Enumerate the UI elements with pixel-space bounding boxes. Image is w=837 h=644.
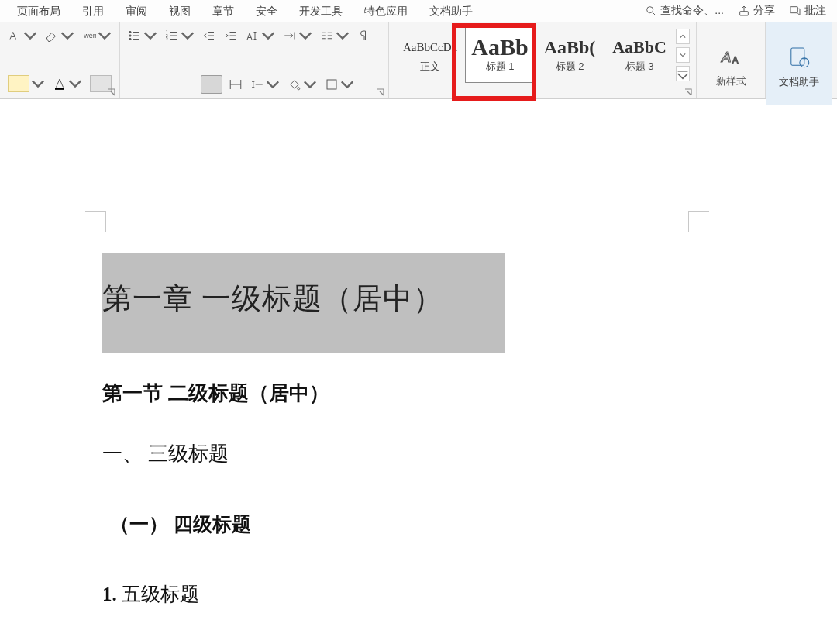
share-label: 分享 bbox=[753, 4, 775, 18]
svg-point-6 bbox=[129, 31, 131, 33]
doc-heading-2[interactable]: 第一节 二级标题（居中） bbox=[102, 380, 329, 407]
menu-doc-assistant[interactable]: 文档助手 bbox=[418, 0, 484, 22]
search-command[interactable]: 查找命令、... bbox=[645, 4, 724, 18]
menu-security[interactable]: 安全 bbox=[245, 0, 288, 22]
style-normal-preview: AaBbCcDd bbox=[403, 36, 457, 58]
annotate-button[interactable]: 批注 bbox=[789, 4, 826, 18]
svg-point-10 bbox=[129, 38, 131, 40]
doc-h5-num: 1. bbox=[102, 584, 117, 604]
align-justify-icon bbox=[202, 74, 222, 95]
menu-bar: 页面布局 引用 审阅 视图 章节 安全 开发工具 特色应用 文档助手 查找命令、… bbox=[0, 0, 837, 22]
line-numbers-btn[interactable] bbox=[319, 27, 351, 44]
menu-featured[interactable]: 特色应用 bbox=[353, 0, 418, 22]
eraser-icon bbox=[45, 29, 59, 43]
doc-heading-5[interactable]: 1. 五级标题 bbox=[102, 581, 199, 607]
style-normal-label: 正文 bbox=[420, 60, 440, 74]
numbering-btn[interactable]: 123 bbox=[164, 27, 196, 44]
phonetic-guide-btn[interactable]: wén bbox=[81, 27, 113, 44]
search-placeholder: 查找命令、... bbox=[660, 4, 724, 18]
font-color-icon bbox=[53, 77, 67, 91]
svg-rect-58 bbox=[791, 48, 804, 65]
svg-text:A: A bbox=[721, 49, 731, 65]
ribbon-font-group: wén bbox=[0, 22, 120, 98]
style-heading2-preview: AaBb( bbox=[544, 36, 596, 58]
line-spacing-btn[interactable] bbox=[249, 76, 281, 93]
doc-assistant-icon bbox=[786, 44, 812, 71]
borders-btn[interactable] bbox=[323, 76, 356, 93]
highlight-icon bbox=[8, 75, 29, 92]
style-heading1[interactable]: AaBb 标题 1 bbox=[465, 27, 535, 83]
svg-text:A: A bbox=[732, 55, 739, 66]
share-button[interactable]: 分享 bbox=[738, 4, 775, 18]
clear-format-btn[interactable] bbox=[43, 27, 76, 44]
search-icon bbox=[645, 5, 657, 17]
doc-heading-1[interactable]: 第一章 一级标题（居中） bbox=[102, 279, 443, 319]
style-normal[interactable]: AaBbCcDd 正文 bbox=[395, 27, 465, 83]
bullets-btn[interactable] bbox=[126, 27, 159, 44]
line-numbers-icon bbox=[320, 29, 334, 43]
new-style-label: 新样式 bbox=[716, 74, 746, 88]
numbering-icon: 123 bbox=[165, 29, 179, 43]
style-heading3-preview: AaBbC bbox=[612, 36, 666, 58]
tab-btn[interactable] bbox=[281, 27, 314, 44]
svg-line-1 bbox=[653, 12, 656, 15]
svg-point-8 bbox=[129, 35, 131, 36]
style-gallery-scroll bbox=[676, 29, 690, 81]
decrease-indent-btn[interactable] bbox=[201, 27, 218, 44]
align-center-btn[interactable] bbox=[151, 76, 171, 93]
style-heading3-label: 标题 3 bbox=[625, 60, 654, 74]
doc-heading-4[interactable]: （一） 四级标题 bbox=[110, 511, 251, 537]
doc-h5-text: 五级标题 bbox=[117, 584, 199, 604]
style-scroll-up[interactable] bbox=[676, 29, 690, 44]
page-corner-tr bbox=[688, 211, 709, 232]
align-left-icon bbox=[126, 74, 146, 95]
menu-page-layout[interactable]: 页面布局 bbox=[6, 0, 71, 22]
menu-references[interactable]: 引用 bbox=[71, 0, 115, 22]
style-gallery-expand[interactable] bbox=[676, 66, 690, 81]
svg-text:3: 3 bbox=[166, 36, 168, 41]
font-size-btn[interactable] bbox=[6, 27, 39, 44]
distribute-icon bbox=[229, 77, 243, 91]
doc-assistant-btn[interactable]: 文档助手 bbox=[766, 22, 832, 105]
outdent-icon bbox=[202, 29, 216, 43]
font-dialog-launcher[interactable] bbox=[107, 86, 118, 97]
align-right-btn[interactable] bbox=[176, 76, 196, 93]
show-marks-btn[interactable] bbox=[356, 27, 373, 44]
menu-view[interactable]: 视图 bbox=[158, 0, 202, 22]
align-left-btn[interactable] bbox=[126, 76, 146, 93]
svg-rect-3 bbox=[790, 7, 797, 13]
annotate-label: 批注 bbox=[804, 4, 826, 18]
svg-text:A: A bbox=[247, 32, 253, 41]
style-heading2-label: 标题 2 bbox=[556, 60, 584, 74]
svg-rect-2 bbox=[740, 12, 749, 15]
pilcrow-icon bbox=[357, 29, 371, 43]
char-scale-btn[interactable]: A bbox=[244, 27, 277, 44]
increase-indent-btn[interactable] bbox=[222, 27, 239, 44]
shading-btn[interactable] bbox=[286, 76, 319, 93]
borders-icon bbox=[325, 77, 339, 91]
font-size-icon bbox=[8, 29, 22, 43]
menu-devtools[interactable]: 开发工具 bbox=[288, 0, 353, 22]
style-heading2[interactable]: AaBb( 标题 2 bbox=[535, 27, 604, 83]
font-color-btn[interactable] bbox=[51, 75, 84, 92]
menu-chapter[interactable]: 章节 bbox=[202, 0, 245, 22]
style-heading1-preview: AaBb bbox=[471, 36, 528, 58]
highlight-btn[interactable] bbox=[6, 74, 46, 94]
align-justify-btn[interactable] bbox=[201, 75, 222, 94]
doc-heading-3[interactable]: 一、 三级标题 bbox=[102, 440, 229, 467]
paragraph-dialog-launcher[interactable] bbox=[376, 86, 387, 97]
style-heading1-label: 标题 1 bbox=[486, 60, 515, 74]
new-style-btn[interactable]: AA 新样式 bbox=[703, 27, 759, 98]
ribbon: wén 123 A bbox=[0, 22, 837, 99]
align-distribute-btn[interactable] bbox=[227, 76, 244, 93]
doc-assistant-label: 文档助手 bbox=[779, 75, 819, 89]
document-area[interactable]: 第一章 一级标题（居中） 第一节 二级标题（居中） 一、 三级标题 （一） 四级… bbox=[0, 139, 837, 644]
style-heading3[interactable]: AaBbC 标题 3 bbox=[604, 27, 674, 83]
menu-review[interactable]: 审阅 bbox=[115, 0, 158, 22]
styles-dialog-launcher[interactable] bbox=[684, 86, 694, 97]
svg-rect-54 bbox=[327, 80, 336, 89]
ribbon-styles-group: AaBbCcDd 正文 AaBb 标题 1 AaBb( 标题 2 AaBbC 标… bbox=[389, 22, 697, 98]
style-scroll-down[interactable] bbox=[676, 47, 690, 63]
new-style-icon: AA bbox=[718, 43, 744, 70]
ribbon-newstyle-group: AA 新样式 bbox=[697, 22, 766, 98]
